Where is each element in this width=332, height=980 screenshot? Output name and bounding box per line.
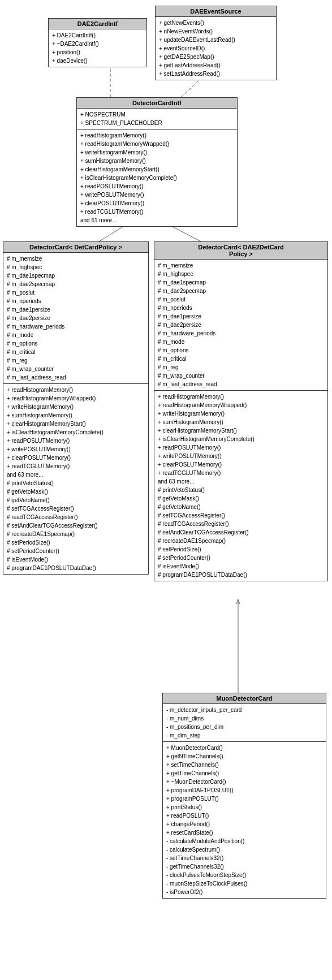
dae2cardintf-box: DAE2CardIntf + DAE2CardIntf() + ~DAE2Car…	[48, 18, 147, 67]
detectorcard-dae2-box: DetectorCard< DAE2DetCardPolicy > # m_me…	[154, 241, 328, 581]
detectorcard-dae2-title: DetectorCard< DAE2DetCardPolicy >	[154, 242, 327, 260]
detectorcard-det-box: DetectorCard< DetCardPolicy > # m_memsiz…	[3, 241, 149, 575]
daeeeventsource-methods: + getNewEvents() + nNewEventWords() + up…	[156, 17, 276, 80]
daeeeventsource-box: DAEEventSource + getNewEvents() + nNewEv…	[155, 6, 277, 80]
muondetectorcard-fields: - m_detector_inputs_per_card - m_num_dim…	[163, 704, 326, 742]
detectorcardintf-title: DetectorCardIntf	[77, 98, 237, 109]
muondetectorcard-methods: + MuonDetectorCard() + getNTimeChannels(…	[163, 742, 326, 898]
detectorcardintf-box: DetectorCardIntf + NOSPECTRUM + SPECTRUM…	[76, 97, 238, 227]
daeeeventsource-title: DAEEventSource	[156, 6, 276, 17]
uml-diagram: DAE2CardIntf + DAE2CardIntf() + ~DAE2Car…	[0, 0, 332, 980]
muondetectorcard-title: MuonDetectorCard	[163, 693, 326, 704]
detectorcardintf-constants: + NOSPECTRUM + SPECTRUM_PLACEHOLDER	[77, 109, 237, 129]
dae2cardintf-methods: + DAE2CardIntf() + ~DAE2CardIntf() + pos…	[49, 29, 146, 67]
detectorcard-dae2-fields: # m_memsize # m_highspec # m_dae1specmap…	[154, 260, 327, 391]
detectorcard-det-fields: # m_memsize # m_highspec # m_dae1specmap…	[3, 253, 148, 384]
muondetectorcard-box: MuonDetectorCard - m_detector_inputs_per…	[162, 693, 326, 899]
detectorcard-det-methods: + readHistogramMemory() + readHistogramM…	[3, 384, 148, 574]
dae2cardintf-title: DAE2CardIntf	[49, 19, 146, 29]
detectorcard-dae2-methods: + readHistogramMemory() + readHistogramM…	[154, 391, 327, 581]
detectorcard-det-title: DetectorCard< DetCardPolicy >	[3, 242, 148, 253]
detectorcardintf-methods: + readHistogramMemory() + readHistogramM…	[77, 129, 237, 226]
